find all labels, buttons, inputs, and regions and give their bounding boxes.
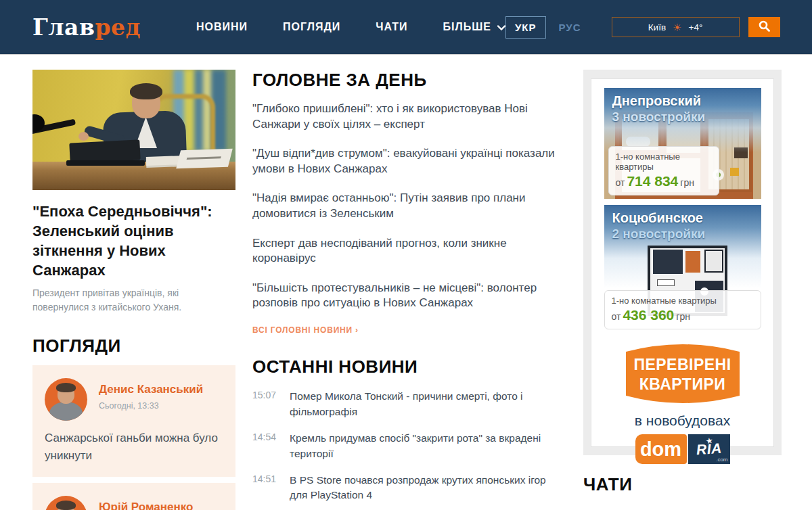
dom-ria-logo[interactable]: dom ★ RIA .com: [591, 434, 773, 464]
latest-news-heading: ОСТАННІ НОВИНИ: [252, 356, 565, 377]
ribbon-line2: КВАРТИРИ: [639, 375, 726, 394]
lang-rus-button[interactable]: РУС: [559, 22, 581, 33]
chevron-down-icon: [497, 21, 505, 33]
ad-complex-name: Коцюбинское: [612, 210, 703, 226]
ad-listing-dneprovsky[interactable]: Днепровский 3 новостройки 1-но комнатные…: [604, 88, 761, 199]
language-switcher: УКР РУС: [505, 16, 581, 39]
ad-price-box: 1-но комнатные квартиры от714 834грн: [608, 146, 719, 195]
top-day-item[interactable]: "Глибоко пришиблені": хто і як використо…: [252, 101, 565, 132]
sun-icon: ☀: [673, 22, 681, 32]
news-title[interactable]: Кремль придумав спосіб "закрити рота" за…: [290, 431, 565, 461]
ad-rooms-label: 1-но комнатные квартиры: [616, 152, 712, 172]
news-row: 14:54 Кремль придумав спосіб "закрити ро…: [252, 431, 565, 461]
top-navbar: Главред НОВИНИ ПОГЛЯДИ ЧАТИ БІЛЬШЕ УКР Р…: [0, 0, 812, 54]
news-timestamp: 14:51: [252, 473, 281, 503]
news-row: 15:07 Помер Микола Тонский - причини сме…: [252, 389, 565, 419]
ribbon-line1: ПЕРЕВІРЕНІ: [633, 355, 731, 375]
opinions-section-heading: ПОГЛЯДИ: [32, 335, 235, 356]
nav-item-opinions[interactable]: ПОГЛЯДИ: [283, 21, 340, 33]
ria-logo-block: ★ RIA .com: [688, 434, 730, 464]
opinion-timestamp: Сьогодні, 13:33: [99, 401, 203, 411]
ad-complex-name: Днепровский: [612, 93, 701, 109]
author-avatar[interactable]: [45, 378, 87, 421]
featured-article-subtitle: Президент привітав українців, які поверн…: [32, 286, 235, 315]
ad-price-box: 1-но комнатные квартиры от436 360грн: [604, 290, 761, 329]
news-timestamp: 14:54: [252, 431, 281, 461]
weather-city: Київ: [648, 22, 666, 32]
top-day-item[interactable]: "Надія вмирає останньою": Путін заявив п…: [252, 191, 565, 221]
ad-rooms-label: 1-но комнатные квартиры: [612, 296, 754, 306]
weather-widget[interactable]: Київ ☀ +4°: [612, 17, 740, 37]
nav-item-more[interactable]: БІЛЬШЕ: [443, 21, 505, 33]
all-top-news-link[interactable]: всі головні новини›: [252, 325, 359, 335]
dom-logo-block: dom: [635, 434, 687, 464]
sidebar-ad-container: Днепровский 3 новостройки 1-но комнатные…: [583, 70, 782, 455]
site-logo-part1: Глав: [32, 14, 95, 41]
ad-price-value: 714 834: [627, 173, 678, 189]
featured-article-image[interactable]: [32, 70, 235, 190]
ad-tagline: в новобудовах: [591, 413, 773, 429]
search-button[interactable]: [748, 17, 780, 37]
chats-section-heading: ЧАТИ: [583, 474, 632, 495]
verified-apartments-ribbon[interactable]: ПЕРЕВІРЕНІ КВАРТИРИ: [621, 341, 745, 407]
author-avatar[interactable]: [45, 496, 87, 510]
nav-item-chats[interactable]: ЧАТИ: [376, 21, 407, 33]
chevron-right-icon: ›: [355, 325, 359, 335]
ad-listing-kotsyubinskoe[interactable]: Коцюбинское 2 новостройки 1-но комнатные…: [604, 205, 761, 331]
main-nav: НОВИНИ ПОГЛЯДИ ЧАТИ БІЛЬШЕ: [161, 21, 505, 33]
opinion-title[interactable]: Санжарської ганьби можна було уникнути: [45, 430, 223, 464]
top-day-item[interactable]: "Більшість протестувальників – не місцев…: [252, 281, 565, 311]
news-row: 14:51 В PS Store почався розпродаж крути…: [252, 473, 565, 503]
top-day-item[interactable]: Експерт дав несподіваний прогноз, коли з…: [252, 236, 565, 266]
site-logo-part2: ред: [95, 14, 141, 41]
search-icon: [759, 20, 770, 34]
main-news-column: ГОЛОВНЕ ЗА ДЕНЬ "Глибоко пришиблені": хт…: [252, 70, 565, 510]
featured-article-title[interactable]: "Епоха Середньовіччя": Зеленський оцінив…: [32, 202, 235, 280]
ad-price-value: 436 360: [623, 307, 674, 323]
news-title[interactable]: В PS Store почався розпродаж крутих япон…: [290, 473, 565, 503]
opinion-card[interactable]: Юрій Романенко Сьогодні, 08:47: [32, 483, 235, 510]
lang-ukr-button[interactable]: УКР: [505, 16, 546, 39]
ad-complex-subtitle: 3 новостройки: [612, 110, 706, 124]
news-title[interactable]: Помер Микола Тонский - причини смерті, ф…: [290, 389, 565, 419]
nav-item-news[interactable]: НОВИНИ: [196, 21, 248, 33]
top-day-heading: ГОЛОВНЕ ЗА ДЕНЬ: [252, 70, 565, 91]
ad-complex-subtitle: 2 новостройки: [612, 227, 706, 241]
site-logo[interactable]: Главред: [32, 14, 141, 41]
opinion-author-name[interactable]: Денис Казанський: [99, 383, 203, 396]
weather-temperature: +4°: [689, 22, 703, 32]
featured-column: "Епоха Середньовіччя": Зеленський оцінив…: [32, 70, 235, 510]
opinion-author-name[interactable]: Юрій Романенко: [99, 501, 193, 510]
sidebar-ad-card: Днепровский 3 новостройки 1-но комнатные…: [591, 78, 774, 447]
opinion-card[interactable]: Денис Казанський Сьогодні, 13:33 Санжарс…: [32, 365, 235, 477]
top-day-item[interactable]: "Душ відпи*див струмом": евакуйовані укр…: [252, 146, 565, 177]
news-timestamp: 15:07: [252, 389, 281, 419]
